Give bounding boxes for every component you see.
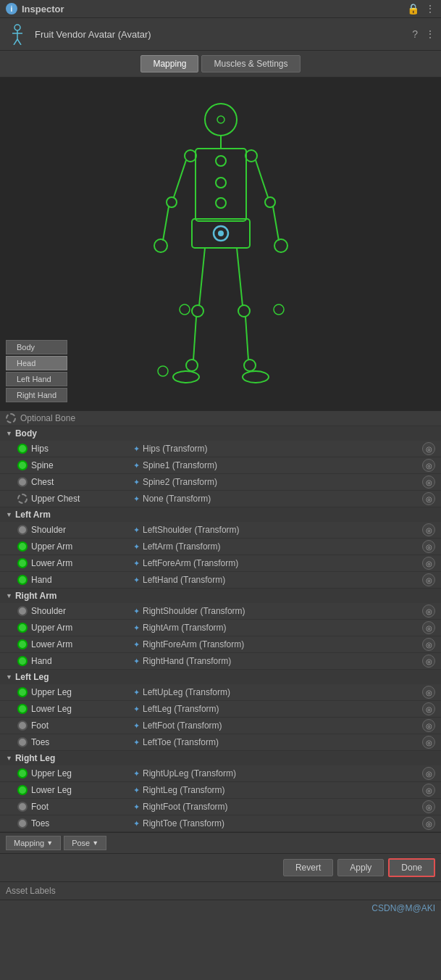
- bone-select-left-toes[interactable]: ◎: [422, 736, 435, 749]
- bone-transform-left-lower-leg: ✦ LeftLeg (Transform): [133, 704, 422, 714]
- tab-muscles-settings[interactable]: Muscles & Settings: [201, 55, 300, 72]
- bone-select-left-hand[interactable]: ◎: [422, 573, 435, 586]
- svg-point-9: [216, 156, 226, 166]
- bone-row-chest: Chest ✦ Spine2 (Transform) ◎: [0, 474, 441, 491]
- bone-select-right-toes[interactable]: ◎: [422, 817, 435, 830]
- bone-row-left-shoulder: Shoulder ✦ LeftShoulder (Transform) ◎: [0, 522, 441, 539]
- svg-point-30: [186, 360, 198, 371]
- svg-point-22: [154, 239, 167, 252]
- apply-button[interactable]: Apply: [337, 859, 384, 876]
- bone-select-right-upper-arm[interactable]: ◎: [422, 621, 435, 634]
- section-left-arm[interactable]: ▼ Left Arm: [0, 507, 441, 522]
- avatar-help-icon[interactable]: ?: [412, 28, 418, 40]
- bone-row-spine: Spine ✦ Spine1 (Transform) ◎: [0, 457, 441, 474]
- bone-transform-left-hand: ✦ LeftHand (Transform): [133, 575, 422, 585]
- section-right-arm[interactable]: ▼ Right Arm: [0, 589, 441, 603]
- bone-icon-left-shoulder: [17, 525, 28, 535]
- bone-transform-right-upper-leg: ✦ RightUpLeg (Transform): [133, 768, 422, 778]
- transform-value-left-hand: LeftHand (Transform): [143, 575, 225, 585]
- transform-icon-hips: ✦: [133, 444, 140, 454]
- bone-row-left-lower-leg: Lower Leg ✦ LeftLeg (Transform) ◎: [0, 701, 441, 718]
- svg-line-4: [17, 39, 21, 45]
- svg-rect-7: [196, 149, 246, 221]
- bone-label-left-foot: Foot: [31, 721, 49, 731]
- lock-icon[interactable]: 🔒: [407, 3, 419, 14]
- svg-line-21: [273, 207, 279, 241]
- bone-icon-left-lower-arm: [17, 558, 28, 568]
- bone-icon-left-upper-leg: [17, 687, 28, 697]
- mapping-dropdown-btn[interactable]: Mapping ▼: [6, 836, 61, 850]
- section-right-leg[interactable]: ▼ Right Leg: [0, 751, 441, 765]
- body-view-left-hand[interactable]: Left Hand: [6, 372, 67, 386]
- bone-select-right-upper-leg[interactable]: ◎: [422, 767, 435, 780]
- bone-row-right-lower-leg: Lower Leg ✦ RightLeg (Transform) ◎: [0, 782, 441, 799]
- bone-select-right-shoulder[interactable]: ◎: [422, 605, 435, 618]
- section-body[interactable]: ▼ Body: [0, 426, 441, 441]
- bone-name-left-toes: Toes: [17, 737, 133, 747]
- inspector-title: Inspector: [22, 4, 64, 14]
- transform-icon-right-hand: ✦: [133, 657, 140, 666]
- bone-select-right-lower-leg[interactable]: ◎: [422, 784, 435, 797]
- done-button[interactable]: Done: [388, 858, 435, 877]
- bone-list: Optional Bone ▼ Body Hips ✦ Hips (Transf…: [0, 411, 441, 832]
- bone-name-left-hand: Hand: [17, 575, 133, 585]
- bone-select-left-shoulder[interactable]: ◎: [422, 523, 435, 536]
- bone-transform-right-foot: ✦ RightFoot (Transform): [133, 802, 422, 812]
- bone-select-right-foot[interactable]: ◎: [422, 800, 435, 813]
- svg-point-13: [218, 231, 224, 236]
- bone-select-left-upper-leg[interactable]: ◎: [422, 686, 435, 699]
- info-icon: i: [6, 3, 17, 14]
- bone-select-right-lower-arm[interactable]: ◎: [422, 638, 435, 651]
- bone-select-left-lower-arm[interactable]: ◎: [422, 557, 435, 570]
- body-view-buttons: Body Head Left Hand Right Hand: [6, 340, 67, 402]
- bone-icon-left-lower-leg: [17, 704, 28, 714]
- transform-value-left-upper-arm: LeftArm (Transform): [143, 541, 221, 552]
- bone-transform-upper-chest: ✦ None (Transform): [133, 494, 422, 504]
- svg-line-20: [163, 207, 169, 241]
- pose-dropdown-btn[interactable]: Pose ▼: [64, 836, 106, 850]
- bone-select-left-foot[interactable]: ◎: [422, 719, 435, 732]
- transform-icon-right-shoulder: ✦: [133, 607, 140, 616]
- watermark-text: CSDN@M@AKI: [371, 903, 435, 913]
- body-view-right-hand[interactable]: Right Hand: [6, 388, 67, 402]
- svg-point-34: [217, 116, 224, 123]
- avatar-name: Fruit Vendor Avatar (Avatar): [35, 29, 151, 40]
- svg-point-32: [173, 371, 199, 383]
- bone-select-right-hand[interactable]: ◎: [422, 655, 435, 668]
- action-row: Revert Apply Done: [0, 853, 441, 881]
- svg-line-16: [174, 160, 186, 197]
- revert-button[interactable]: Revert: [283, 859, 333, 876]
- transform-value-left-shoulder: LeftShoulder (Transform): [143, 525, 240, 535]
- avatar-menu-icon[interactable]: ⋮: [425, 28, 435, 40]
- optional-bone-label: Optional Bone: [20, 413, 75, 423]
- bone-select-left-lower-leg[interactable]: ◎: [422, 702, 435, 715]
- bone-select-left-upper-arm[interactable]: ◎: [422, 540, 435, 553]
- bone-label-left-hand: Hand: [31, 575, 52, 585]
- bone-select-spine[interactable]: ◎: [422, 459, 435, 472]
- tab-mapping[interactable]: Mapping: [140, 55, 198, 72]
- bone-label-right-toes: Toes: [31, 818, 49, 829]
- menu-icon[interactable]: ⋮: [425, 3, 435, 14]
- bone-name-right-upper-arm: Upper Arm: [17, 623, 133, 633]
- bone-icon-right-lower-leg: [17, 785, 28, 795]
- bone-select-hips[interactable]: ◎: [422, 442, 435, 455]
- body-view-body[interactable]: Body: [6, 340, 67, 354]
- bone-row-left-hand: Hand ✦ LeftHand (Transform) ◎: [0, 572, 441, 589]
- bone-name-left-upper-arm: Upper Arm: [17, 541, 133, 552]
- transform-value-hips: Hips (Transform): [143, 444, 208, 454]
- body-view-head[interactable]: Head: [6, 356, 67, 370]
- bone-select-chest[interactable]: ◎: [422, 476, 435, 489]
- svg-point-15: [245, 150, 257, 162]
- bone-transform-left-upper-leg: ✦ LeftUpLeg (Transform): [133, 687, 422, 697]
- section-left-leg-label: Left Leg: [15, 672, 49, 682]
- bone-transform-right-upper-arm: ✦ RightArm (Transform): [133, 623, 422, 633]
- inspector-header: i Inspector 🔒 ⋮: [0, 0, 441, 18]
- transform-value-upper-chest: None (Transform): [143, 494, 211, 504]
- bone-select-upper-chest[interactable]: ◎: [422, 492, 435, 505]
- section-body-label: Body: [15, 428, 37, 439]
- transform-icon-upper-chest: ✦: [133, 494, 140, 504]
- section-right-leg-label: Right Leg: [15, 753, 55, 763]
- section-left-leg[interactable]: ▼ Left Leg: [0, 670, 441, 684]
- bone-name-left-lower-leg: Lower Leg: [17, 704, 133, 714]
- bone-label-right-upper-arm: Upper Arm: [31, 623, 72, 633]
